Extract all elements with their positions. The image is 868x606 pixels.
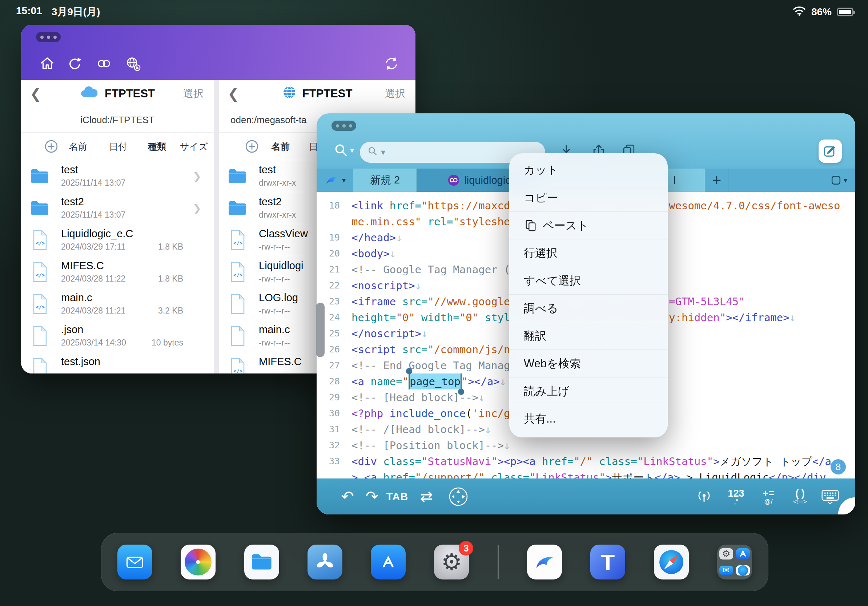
numeric-keys-button[interactable]: 123,“: [728, 488, 744, 505]
mini-mail-icon: ✉: [719, 566, 733, 575]
dock-text-editor-icon[interactable]: T: [590, 544, 625, 580]
context-menu-item[interactable]: 翻訳: [509, 322, 668, 349]
new-tab-button[interactable]: +: [705, 169, 728, 192]
battery-percent: 86%: [811, 6, 832, 18]
context-menu-item[interactable]: 共有...: [509, 405, 668, 432]
file-row[interactable]: </> main.c 2024/03/28 11:21 3.2 KB: [21, 288, 214, 320]
column-date[interactable]: 日付: [109, 140, 127, 152]
chevron-down-icon: ▾: [350, 143, 354, 158]
code-file-icon: </>: [229, 229, 246, 251]
touch-gesture-button[interactable]: [696, 489, 712, 505]
scroll-indicator[interactable]: [316, 303, 325, 357]
left-pane-header: ❮ FTPTEST 選択: [21, 80, 214, 108]
sort-arrow-icon: ↑: [271, 141, 276, 152]
file-name: test2: [61, 196, 84, 208]
tab-new-document[interactable]: 新規 2: [353, 169, 417, 192]
code-file-icon: </>: [229, 357, 246, 374]
ftp-left-file-list: test 2025/11/14 13:07 ❯ test2 2025/11/14…: [21, 160, 214, 374]
wifi-icon: [792, 5, 806, 19]
home-icon[interactable]: [39, 55, 56, 72]
add-button[interactable]: [44, 139, 58, 153]
context-menu-item[interactable]: すべて選択: [509, 267, 668, 294]
date: 3月9日(月): [52, 5, 100, 19]
link-icon[interactable]: [96, 55, 112, 72]
redo-button[interactable]: ↷: [365, 489, 378, 504]
file-type-icon: [29, 356, 50, 374]
back-chevron-icon[interactable]: ❮: [30, 86, 42, 102]
cursor-pad-button[interactable]: [449, 487, 468, 506]
select-button[interactable]: 選択: [385, 87, 405, 100]
dock-appstore-icon[interactable]: [371, 544, 406, 580]
context-menu-label: すべて選択: [524, 273, 581, 289]
context-menu-item[interactable]: Webを検索: [509, 349, 668, 377]
swap-arrows-button[interactable]: ⇄: [420, 489, 432, 504]
column-size[interactable]: サイズ: [180, 140, 208, 152]
file-name: test: [259, 164, 276, 176]
editor-bottom-toolbar: ↶ ↷ TAB ⇄ 123,“ +=@/ ( )<!-->: [316, 478, 855, 515]
tab-key-button[interactable]: TAB: [386, 490, 408, 502]
file-row[interactable]: </> MIFES.C 2024/03/28 11:22 1.8 KB: [21, 256, 214, 288]
context-menu-item[interactable]: 調べる: [509, 294, 668, 322]
selected-text[interactable]: page_top: [409, 374, 462, 390]
dock-mail-icon[interactable]: [118, 544, 152, 580]
dock-settings-icon[interactable]: ⚙ 3: [434, 544, 469, 580]
file-type-icon: </>: [29, 260, 50, 284]
sync-icon[interactable]: [383, 55, 400, 72]
context-menu-label: カット: [524, 162, 558, 178]
select-button[interactable]: 選択: [183, 87, 203, 100]
context-menu-label: 調べる: [524, 301, 558, 316]
keyboard-icon[interactable]: [821, 489, 839, 504]
dock-files-icon[interactable]: [244, 544, 279, 580]
dock-liquidlogic-icon[interactable]: [527, 544, 562, 580]
file-row[interactable]: test.json: [21, 352, 214, 374]
code-line: 33<div class="StatusNavi"><p><a href="/"…: [316, 453, 855, 469]
undo-button[interactable]: ↶: [341, 489, 354, 504]
tab-overview-button[interactable]: ▾: [831, 175, 847, 186]
chevron-down-icon: ▾: [381, 147, 385, 157]
search-menu-icon[interactable]: ▾: [333, 142, 354, 158]
context-menu-item[interactable]: ペースト: [509, 212, 668, 239]
file-subtext: -rw-r--r--: [259, 274, 290, 284]
remote-globe-icon: [282, 85, 297, 102]
left-pane-path: iCloud:/FTPTEST: [21, 108, 214, 133]
tab-bar-spacer: ▾: [728, 169, 855, 192]
file-row[interactable]: test2 2025/11/14 13:07 ❯: [21, 192, 214, 224]
column-name[interactable]: 名前: [69, 140, 87, 152]
window-controls[interactable]: [332, 121, 356, 131]
left-column-header: 名前 日付 種類↑ サイズ: [21, 133, 214, 160]
file-type-icon: [227, 164, 248, 188]
compose-button[interactable]: [818, 139, 842, 163]
context-menu-item[interactable]: 行選択: [509, 239, 668, 267]
globe-disconnect-icon[interactable]: [125, 55, 141, 72]
dock-photos-icon[interactable]: [181, 544, 215, 580]
file-row[interactable]: .json 2025/03/14 14:30 10 bytes: [21, 320, 214, 352]
back-chevron-icon[interactable]: ❮: [228, 86, 239, 102]
refresh-icon[interactable]: [67, 55, 83, 72]
settings-badge: 3: [459, 541, 473, 555]
window-controls[interactable]: [36, 32, 61, 42]
file-name: main.c: [259, 324, 290, 336]
dock-app-group-icon[interactable]: ⚙ ✉: [717, 544, 752, 580]
app-logo-menu[interactable]: ▾: [316, 169, 353, 192]
file-type-icon: </>: [227, 356, 248, 374]
mini-safari-icon: [736, 565, 750, 575]
context-menu-item[interactable]: コピー: [509, 184, 668, 212]
folder-icon: [227, 167, 248, 185]
icloud-cloud-icon: [80, 85, 99, 102]
file-subtext: drwxr-xr-x: [259, 210, 296, 220]
context-menu-item[interactable]: カット: [509, 156, 668, 184]
battery-icon: [837, 8, 854, 16]
file-row[interactable]: </> Liquidlogic_e.C 2024/03/29 17:11 1.8…: [21, 224, 214, 256]
add-button[interactable]: [245, 139, 259, 153]
bracket-keys-button[interactable]: ( )<!-->: [793, 488, 807, 505]
dock-separator: [498, 545, 499, 579]
file-size: 10 bytes: [152, 338, 183, 348]
file-subtext: 2024/03/28 11:21: [61, 306, 126, 316]
file-row[interactable]: test 2025/11/14 13:07 ❯: [21, 160, 214, 192]
dock-safari-icon[interactable]: [654, 544, 689, 580]
symbol-keys-button[interactable]: +=@/: [763, 488, 774, 505]
dock-fan-app-icon[interactable]: [307, 544, 343, 580]
context-menu-item[interactable]: 読み上げ: [509, 377, 668, 405]
dock: ⚙ 3 T ⚙ ✉: [101, 533, 769, 591]
liquidlogic-logo-icon: [324, 172, 340, 188]
